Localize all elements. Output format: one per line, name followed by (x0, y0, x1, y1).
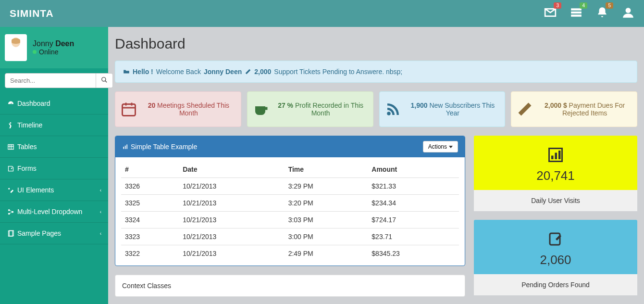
tasks-icon[interactable]: 4 (570, 6, 582, 21)
search-input[interactable] (5, 73, 96, 88)
table-cell: 3326 (121, 178, 179, 195)
stat-subscribers: 1,900 New Subscribers This Year (379, 91, 506, 127)
table-cell: 2:49 PM (285, 245, 368, 262)
alert-tickets-text: Support Tickets Pending to Answere. nbsp… (274, 68, 402, 76)
svg-rect-25 (126, 144, 127, 149)
bell-icon[interactable]: 5 (596, 6, 608, 21)
sidebar-item-timeline[interactable]: Timeline (0, 114, 108, 136)
sidebar-item-forms[interactable]: Forms (0, 158, 108, 179)
chevron-left-icon: ‹ (100, 209, 101, 215)
table-wrap: # Date Time Amount 332610/21/20133:29 PM… (115, 157, 465, 266)
widget-orders: 2,060 Pending Orders Found (474, 220, 637, 295)
table-row[interactable]: 332210/21/20132:49 PM$8345.23 (121, 245, 459, 262)
sidebar-item-label: UI Elements (17, 186, 54, 194)
stat-meetings: 20 Meetings Sheduled This Month (115, 91, 241, 127)
bell-badge: 5 (606, 2, 613, 9)
table-cell: 10/21/2013 (179, 195, 284, 212)
table-header: # (121, 161, 179, 178)
sidebar-item-dashboard[interactable]: Dashboard (0, 93, 108, 114)
avatar (5, 34, 27, 61)
stat-text: Profit Recorded in This Month (293, 101, 363, 117)
table-cell: 3:03 PM (285, 212, 368, 228)
panel-title-text: Simple Table Example (131, 143, 197, 151)
welcome-alert: Hello ! Welcome Back Jonny Deen 2,000 Su… (115, 61, 637, 83)
table-cell: $23.71 (368, 228, 459, 245)
caret-down-icon (449, 146, 453, 148)
table-row[interactable]: 332510/21/20133:20 PM$234.34 (121, 195, 459, 212)
sidebar-item-tables[interactable]: Tables (0, 136, 108, 157)
tasks-badge: 4 (580, 2, 587, 9)
panel-heading: Simple Table Example Actions (115, 136, 465, 157)
user-panel: Jonny Deen Online (0, 27, 108, 68)
table-cell: $321.33 (368, 178, 459, 195)
table-panel: Simple Table Example Actions # Date Time… (115, 136, 465, 266)
widget-value: 2,060 (479, 253, 632, 267)
stat-profit: 27 % Profit Recorded in This Month (247, 91, 373, 127)
widget-label: Pending Orders Found (474, 274, 637, 295)
table-row[interactable]: 332610/21/20133:29 PM$321.33 (121, 178, 459, 195)
edit-icon (547, 230, 564, 248)
table-cell: $234.34 (368, 195, 459, 212)
bar-chart-icon (547, 146, 564, 164)
context-panel: Context Classes (115, 275, 465, 297)
main-row: Simple Table Example Actions # Date Time… (115, 136, 637, 297)
widget-label: Daily User Visits (474, 190, 637, 211)
table-header: Date (179, 161, 284, 178)
table-cell: 10/21/2013 (179, 212, 284, 228)
user-info: Jonny Deen Online (33, 39, 74, 56)
coffee-icon (252, 101, 270, 118)
sidebar-item-multi-level[interactable]: Multi-Level Dropdown‹ (0, 201, 108, 222)
sidebar-item-label: Tables (17, 143, 37, 151)
table-header: Time (285, 161, 368, 178)
bar-chart-icon (122, 143, 129, 150)
svg-rect-18 (123, 104, 136, 116)
svg-rect-29 (558, 151, 561, 159)
svg-rect-24 (125, 146, 126, 149)
stat-value: 27 % (278, 101, 293, 109)
sidebar-item-label: Sample Pages (17, 229, 61, 237)
sidebar-item-label: Forms (17, 165, 37, 172)
svg-point-15 (12, 211, 13, 213)
svg-rect-9 (8, 144, 13, 149)
table-cell: $724.17 (368, 212, 459, 228)
widget-top: 20,741 (474, 136, 637, 190)
context-title: Context Classes (122, 282, 171, 290)
widget-visits: 20,741 Daily User Visits (474, 136, 637, 211)
alert-hello: Hello ! (133, 68, 153, 76)
user-icon[interactable] (622, 6, 634, 21)
stat-row: 20 Meetings Sheduled This Month 27 % Pro… (115, 91, 637, 127)
table-row[interactable]: 332310/21/20133:00 PM$23.71 (121, 228, 459, 245)
side-widgets: 20,741 Daily User Visits 2,060 Pending O… (474, 136, 637, 297)
svg-point-22 (387, 112, 391, 115)
svg-line-6 (105, 81, 107, 83)
table-cell: 3325 (121, 195, 179, 212)
folder-open-icon (123, 68, 130, 75)
alert-welcome: Welcome Back (156, 68, 201, 76)
stat-value: 20 (148, 101, 156, 109)
brand-logo[interactable]: SIMINTA (10, 8, 54, 19)
svg-point-14 (8, 213, 10, 215)
table-row[interactable]: 332410/21/20133:03 PM$724.17 (121, 212, 459, 228)
user-last: Deen (55, 39, 74, 48)
table-cell: 10/21/2013 (179, 228, 284, 245)
pencil-icon (516, 101, 533, 118)
svg-rect-0 (571, 8, 582, 10)
actions-label: Actions (428, 143, 447, 150)
sidebar-item-ui-elements[interactable]: UI Elements‹ (0, 179, 108, 201)
table-cell: 10/21/2013 (179, 245, 284, 262)
sidebar-item-sample-pages[interactable]: Sample Pages‹ (0, 223, 108, 244)
svg-rect-2 (571, 14, 582, 16)
stat-value: 2,000 $ (545, 101, 567, 109)
rss-icon (384, 101, 402, 118)
mail-icon[interactable]: 3 (544, 6, 557, 21)
alert-user: Jonny Deen (204, 68, 242, 76)
svg-rect-28 (555, 153, 557, 160)
actions-dropdown[interactable]: Actions (423, 141, 458, 152)
sidebar: Jonny Deen Online Dashboard Timeline Tab… (0, 27, 108, 304)
user-first: Jonny (33, 39, 55, 48)
top-navbar: SIMINTA 3 4 5 (0, 0, 644, 27)
table-cell: 3324 (121, 212, 179, 228)
svg-rect-23 (123, 147, 124, 149)
table-header: Amount (368, 161, 459, 178)
alert-tickets: 2,000 (254, 68, 271, 76)
